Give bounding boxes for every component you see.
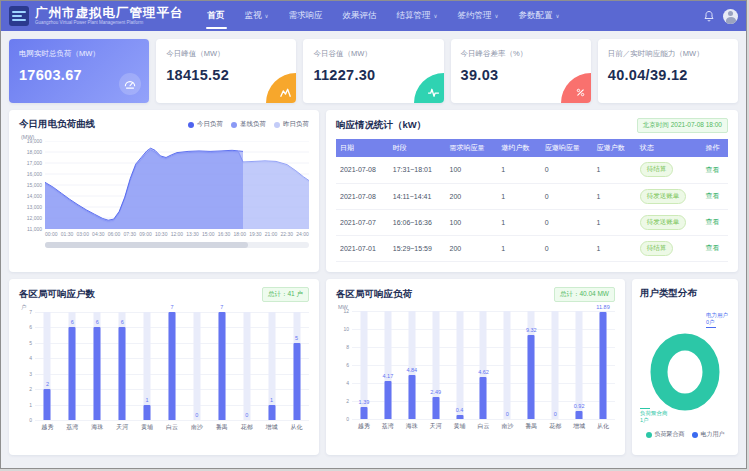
nav-item-4[interactable]: 结算管理∨	[387, 1, 448, 31]
legend-item-2[interactable]: 昨日负荷	[274, 120, 309, 129]
households-y-axis: 76543210	[19, 312, 35, 420]
view-link[interactable]: 查看	[705, 192, 719, 199]
user-type-donut: 电力用户0户 负荷聚合商1户	[640, 300, 730, 428]
y-tick-label: 2	[346, 398, 349, 404]
response-table: 日期时段需求响应量邀约户数应邀响应量应邀户数状态操作 2021-07-0817:…	[336, 139, 728, 262]
x-tick-label: 04:30	[92, 231, 105, 237]
category-label: 荔湾	[60, 423, 85, 432]
bar-value-label: 1	[270, 397, 273, 403]
legend-item-1[interactable]: 基线负荷	[231, 120, 266, 129]
bar	[384, 381, 391, 419]
table-row: 2021-07-0115:29~15:59200101待结算查看	[336, 235, 728, 261]
table-cell: 200	[446, 235, 498, 261]
category-label: 海珠	[400, 422, 424, 431]
legend-item-1[interactable]: 电力用户	[692, 430, 725, 439]
table-cell: 2021-07-01	[336, 235, 389, 261]
load-curve-legend: 今日负荷基线负荷昨日负荷	[188, 120, 309, 129]
legend-item-0[interactable]: 今日负荷	[188, 120, 223, 129]
nav-item-6[interactable]: 参数配置∨	[509, 1, 570, 31]
top-navigation-bar: 广州市虚拟电厂管理平台 Guangzhou Virtual Power Plan…	[1, 1, 746, 31]
bar-value-label: 2.49	[430, 389, 441, 395]
table-cell: 1	[592, 209, 635, 235]
view-link[interactable]: 查看	[705, 166, 719, 173]
bar	[432, 397, 439, 419]
y-tick-label: 6	[29, 324, 32, 330]
y-tick-label: 0	[29, 417, 32, 423]
legend-label: 基线负荷	[240, 120, 266, 129]
legend-dot-icon	[274, 122, 280, 128]
bar	[480, 377, 487, 419]
table-column-header: 邀约户数	[497, 139, 540, 157]
category-label: 天河	[424, 422, 448, 431]
bar	[408, 375, 415, 419]
kpi-label: 电网实时总负荷（MW）	[19, 49, 139, 59]
response-stats-card: 响应情况统计（kW） 北京时间 2021-07-08 18:00 日期时段需求响…	[326, 110, 738, 272]
nav-item-3[interactable]: 效果评估	[333, 1, 387, 31]
scrollbar-handle[interactable]	[45, 242, 248, 248]
bar-track	[552, 311, 559, 419]
table-column-header: 日期	[336, 139, 389, 157]
bar-column: 0	[495, 311, 519, 419]
bar	[144, 405, 151, 420]
category-label: 花都	[543, 422, 567, 431]
bar	[94, 327, 101, 420]
bar	[69, 327, 76, 420]
bar	[360, 407, 367, 420]
bar-value-label: 6	[71, 319, 74, 325]
y-tick-label: 5	[29, 340, 32, 346]
view-link[interactable]: 查看	[705, 244, 719, 251]
category-label: 增城	[259, 423, 284, 432]
nav-item-5[interactable]: 签约管理∨	[448, 1, 509, 31]
table-cell: 16:06~16:36	[389, 209, 446, 235]
notification-bell-icon[interactable]	[703, 10, 715, 22]
legend-dot-icon	[692, 432, 698, 438]
legend-label: 今日负荷	[197, 120, 223, 129]
brand: 广州市虚拟电厂管理平台 Guangzhou Virtual Power Plan…	[35, 7, 184, 26]
nav-item-1[interactable]: 监视∨	[235, 1, 279, 31]
x-tick-label: 12:00	[171, 231, 184, 237]
gridline	[35, 420, 309, 421]
load-bar-plot: 1.394.174.842.490.44.6209.3200.9211.89	[352, 311, 615, 419]
x-tick-label: 24:00	[296, 231, 309, 237]
bar-value-label: 2	[46, 381, 49, 387]
category-label: 从化	[591, 422, 615, 431]
households-bar-plot: 26661707015	[35, 312, 309, 420]
y-tick-label: 10	[343, 326, 349, 332]
bar-column: 0	[234, 312, 259, 420]
kpi-card-2: 今日谷值（MW）11227.30	[303, 39, 443, 103]
load-curve-x-axis: 00:0001:3003:0004:3006:0007:3009:0010:30…	[45, 231, 309, 237]
category-label: 番禺	[519, 422, 543, 431]
table-cell: 0	[541, 157, 593, 183]
bar-column: 0	[543, 311, 567, 419]
view-link[interactable]: 查看	[705, 218, 719, 225]
load-curve-scrollbar[interactable]	[45, 242, 309, 248]
bar	[168, 312, 175, 420]
bar-value-label: 6	[121, 319, 124, 325]
legend-item-0[interactable]: 负荷聚合商	[646, 430, 685, 439]
user-avatar[interactable]	[723, 9, 738, 24]
bar-column: 1	[135, 312, 160, 420]
table-column-header: 需求响应量	[446, 139, 498, 157]
status-badge: 待结算	[640, 162, 674, 177]
app-logo-icon	[9, 6, 29, 26]
bar-column: 4.17	[376, 311, 400, 419]
bar-value-label: 9.32	[526, 327, 537, 333]
y-tick-label: 2	[29, 386, 32, 392]
y-tick-label: 19,000	[27, 138, 42, 144]
bar-value-label: 7	[220, 304, 223, 310]
bar-column: 7	[160, 312, 185, 420]
kpi-card-3: 今日峰谷差率（%）39.03	[451, 39, 591, 103]
bar-column: 9.32	[519, 311, 543, 419]
y-tick-label: 8	[346, 344, 349, 350]
bar-column: 6	[60, 312, 85, 420]
nav-item-2[interactable]: 需求响应	[279, 1, 333, 31]
load-x-axis: 越秀荔湾海珠天河黄埔白云南沙番禺花都增城从化	[352, 422, 615, 431]
status-badge: 待发送账单	[640, 189, 687, 204]
bar	[293, 343, 300, 420]
category-label: 南沙	[495, 422, 519, 431]
nav-item-0[interactable]: 首页	[198, 1, 235, 31]
category-label: 海珠	[85, 423, 110, 432]
table-cell: 14:11~14:41	[389, 183, 446, 209]
kpi-value: 18415.52	[166, 67, 286, 83]
dashboard-page: 广州市虚拟电厂管理平台 Guangzhou Virtual Power Plan…	[0, 0, 747, 469]
